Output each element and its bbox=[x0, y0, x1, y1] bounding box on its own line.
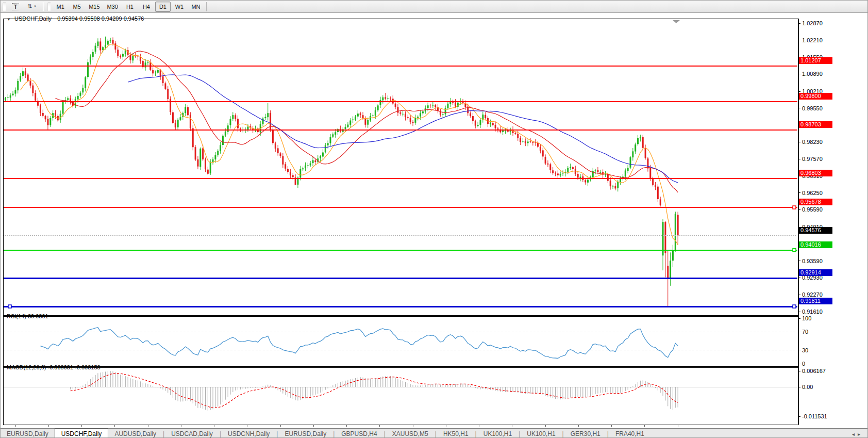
candle-body bbox=[552, 170, 554, 173]
candle-body bbox=[170, 99, 171, 112]
chart-tab-usdcnh-daily[interactable]: USDCNH,Daily bbox=[222, 429, 276, 438]
indicators-button[interactable]: ⇅ ▼ bbox=[24, 2, 40, 12]
candle-body bbox=[25, 71, 26, 75]
macd-label[interactable]: MACD(12,26,9) -0.008981 -0.008153 bbox=[7, 364, 101, 370]
price-badge-0.91811[interactable]: 0.91811 bbox=[799, 298, 832, 304]
candle-body bbox=[180, 117, 181, 120]
candle-body bbox=[99, 41, 101, 50]
candle-body bbox=[447, 104, 448, 108]
candle-body bbox=[117, 50, 119, 56]
chart-tab-fra40-h1[interactable]: FRA40,H1 bbox=[609, 429, 650, 438]
candle-body bbox=[412, 122, 414, 123]
candle-body bbox=[27, 74, 29, 80]
candle-body bbox=[557, 173, 559, 175]
candle-body bbox=[520, 138, 521, 142]
collapse-caret-icon[interactable]: ▼ bbox=[7, 17, 11, 22]
candle-body bbox=[492, 123, 494, 125]
text-tool-button[interactable]: T bbox=[8, 2, 23, 12]
chart-tab-eurusd-daily[interactable]: EURUSD,Daily bbox=[278, 429, 332, 438]
candle-body bbox=[67, 98, 69, 100]
candle-body bbox=[647, 158, 648, 168]
candle-body bbox=[627, 168, 629, 171]
price-axis[interactable]: 1.028701.022101.015501.008901.002100.995… bbox=[798, 20, 827, 419]
candle-body bbox=[470, 113, 471, 116]
candle-body bbox=[330, 137, 331, 143]
chart-canvas[interactable]: 1.028701.022101.015501.008901.002100.995… bbox=[1, 12, 868, 438]
line-handle[interactable] bbox=[793, 206, 796, 209]
candle-body bbox=[35, 93, 36, 101]
line-handle[interactable] bbox=[793, 305, 796, 308]
timeframe-button-m5[interactable]: M5 bbox=[69, 2, 85, 12]
candle-body bbox=[302, 168, 304, 169]
candle-body bbox=[105, 45, 106, 47]
candle-body bbox=[110, 40, 111, 41]
timeframe-button-h4[interactable]: H4 bbox=[139, 2, 154, 12]
candle-body bbox=[187, 107, 189, 115]
tab-scroll-right-icon[interactable]: ▸ bbox=[858, 431, 863, 437]
price-badge-0.94016[interactable]: 0.94016 bbox=[799, 241, 832, 248]
price-badge-0.99800[interactable]: 0.99800 bbox=[799, 93, 832, 100]
candle-body bbox=[407, 117, 409, 118]
chart-tab-ger30-h1[interactable]: GER30,H1 bbox=[564, 429, 607, 438]
line-handle[interactable] bbox=[793, 249, 796, 252]
price-badge-0.95678[interactable]: 0.95678 bbox=[799, 199, 832, 205]
line-handle[interactable] bbox=[8, 305, 11, 308]
candle-body bbox=[199, 149, 201, 167]
candle-body bbox=[160, 70, 161, 77]
rsi-panel[interactable] bbox=[3, 316, 798, 366]
candle-body bbox=[367, 120, 369, 125]
price-badge-0.92914[interactable]: 0.92914 bbox=[799, 269, 832, 276]
candle-body bbox=[152, 70, 154, 73]
rsi-label[interactable]: RSI(14) 39.9391 bbox=[7, 313, 48, 319]
price-badge-0.96803[interactable]: 0.96803 bbox=[799, 170, 832, 176]
price-badge-1.01207[interactable]: 1.01207 bbox=[799, 57, 832, 64]
candle-body bbox=[572, 167, 574, 169]
candle-body bbox=[599, 172, 601, 173]
candle-body bbox=[399, 112, 401, 113]
chart-tab-eurusd-daily[interactable]: EURUSD,Daily bbox=[1, 429, 55, 438]
timeframe-button-w1[interactable]: W1 bbox=[172, 2, 187, 12]
chart-tab-uk100-h1[interactable]: UK100,H1 bbox=[477, 429, 518, 438]
svg-text:0.96250: 0.96250 bbox=[802, 190, 823, 196]
candle-body bbox=[155, 73, 156, 73]
svg-text:0.91610: 0.91610 bbox=[802, 309, 823, 315]
chart-tab-gbpusd-h4[interactable]: GBPUSD,H4 bbox=[335, 429, 383, 438]
candle-body bbox=[405, 114, 406, 117]
timeframe-button-mn[interactable]: MN bbox=[188, 2, 204, 12]
chart-title[interactable]: ▼ USDCHF,Daily 0.95394 0.95508 0.94209 0… bbox=[7, 15, 144, 22]
candle-body bbox=[610, 181, 611, 186]
candle-body bbox=[225, 132, 226, 136]
chart-tab-audusd-daily[interactable]: AUDUSD,Daily bbox=[108, 429, 162, 438]
timeframe-button-m15[interactable]: M15 bbox=[86, 2, 103, 12]
candle-body bbox=[392, 99, 394, 103]
svg-text:30: 30 bbox=[802, 347, 808, 353]
chart-tab-hk50-h1[interactable]: HK50,H1 bbox=[437, 429, 475, 438]
timeframe-button-m30[interactable]: M30 bbox=[104, 2, 121, 12]
candle-body bbox=[435, 105, 436, 107]
toolbar-grip[interactable] bbox=[47, 3, 51, 11]
chart-tab-usdchf-daily[interactable]: USDCHF,Daily bbox=[55, 428, 109, 438]
candle-body bbox=[549, 164, 551, 170]
candle-body bbox=[30, 81, 31, 86]
candle-body bbox=[212, 159, 214, 162]
svg-text:-0.011531: -0.011531 bbox=[802, 413, 827, 419]
svg-text:0.99550: 0.99550 bbox=[802, 105, 823, 111]
timeframe-button-d1[interactable]: D1 bbox=[155, 2, 171, 12]
main-panel[interactable] bbox=[3, 19, 798, 315]
candle-body bbox=[42, 113, 44, 116]
candle-body bbox=[652, 178, 654, 185]
candle-body bbox=[214, 155, 216, 159]
tab-scroll-left-icon[interactable]: ◂ bbox=[852, 431, 858, 437]
chart-tab-xauusd-m5[interactable]: XAUUSD,M5 bbox=[386, 429, 435, 438]
timeframe-button-m1[interactable]: M1 bbox=[53, 2, 68, 12]
candle-body bbox=[147, 62, 148, 63]
candle-body bbox=[10, 95, 11, 98]
current-price-badge[interactable]: 0.94576 bbox=[799, 227, 832, 234]
macd-panel[interactable] bbox=[3, 367, 798, 425]
timeframe-button-h1[interactable]: H1 bbox=[122, 2, 138, 12]
price-badge-0.98703[interactable]: 0.98703 bbox=[799, 121, 832, 128]
toolbar-grip[interactable] bbox=[3, 3, 6, 11]
chart-tab-uk100-h1[interactable]: UK100,H1 bbox=[521, 429, 561, 438]
candle-body bbox=[310, 164, 311, 166]
chart-tab-usdcad-daily[interactable]: USDCAD,Daily bbox=[165, 429, 219, 438]
